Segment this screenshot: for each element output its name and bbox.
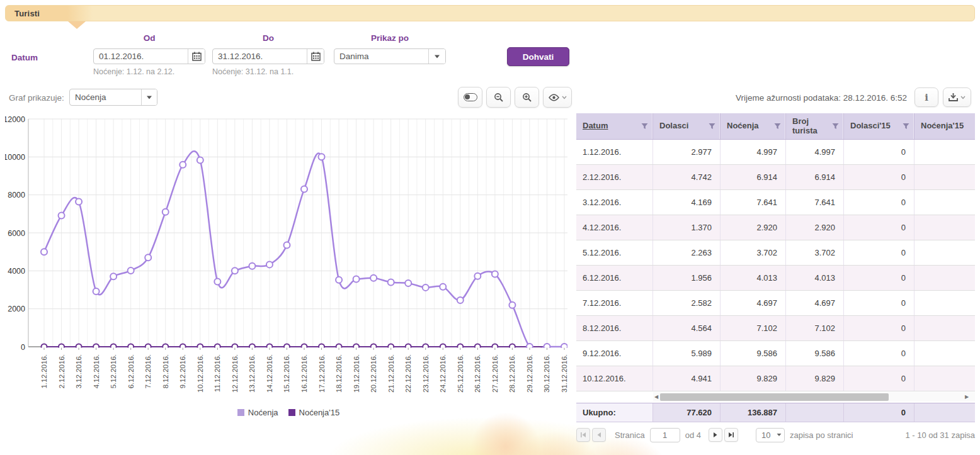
tab-pointer (68, 21, 86, 29)
table-row[interactable]: 2.12.2016.4.7426.9146.9140 (576, 165, 975, 190)
svg-text:4000: 4000 (8, 267, 25, 276)
svg-text:7.12.2016.: 7.12.2016. (144, 354, 152, 388)
svg-text:6000: 6000 (8, 229, 25, 238)
datum-label: Datum (11, 53, 38, 62)
table-row[interactable]: 3.12.2016.4.1697.6417.6410 (576, 190, 975, 215)
table-row[interactable]: 6.12.2016.1.9564.0134.0130 (576, 266, 975, 291)
info-button[interactable]: i (914, 87, 938, 107)
last-page-button[interactable] (724, 428, 738, 442)
column-header-no-enja[interactable]: Noćenja (721, 113, 786, 139)
prev-page-button[interactable] (592, 428, 606, 442)
filter-icon[interactable] (709, 123, 715, 130)
page-size-value: 10 (756, 430, 774, 440)
cell-value: 2.920 (786, 215, 844, 240)
cell-value: 7.641 (721, 190, 786, 215)
cell-value: 0 (844, 266, 914, 290)
table-row[interactable]: 9.12.2016.5.9899.5869.5860 (576, 341, 975, 366)
svg-text:4.12.2016.: 4.12.2016. (93, 354, 100, 388)
tab-turisti[interactable]: Turisti (6, 9, 40, 18)
chevron-down-icon (960, 96, 966, 99)
cell-datum: 6.12.2016. (576, 266, 653, 290)
svg-text:2.12.2016.: 2.12.2016. (58, 354, 66, 388)
table-row[interactable]: 10.12.2016.4.9419.8299.8290 (576, 366, 975, 391)
do-date-value: 31.12.2016. (213, 52, 307, 61)
column-header-dolasci-15[interactable]: Dolasci'15 (844, 113, 914, 139)
svg-text:6.12.2016.: 6.12.2016. (127, 354, 135, 388)
chart-legend: NoćenjaNoćenja'15 (5, 408, 572, 417)
scrollbar-thumb[interactable] (660, 393, 889, 401)
svg-text:31.12.2016.: 31.12.2016. (561, 354, 568, 393)
dohvati-button[interactable]: Dohvati (507, 47, 569, 66)
legend-item[interactable]: Noćenja'15 (288, 408, 340, 417)
total-label: Ukupno: (576, 403, 653, 422)
cell-value: 4.997 (721, 140, 786, 164)
column-header-datum[interactable]: Datum (576, 113, 653, 139)
do-label: Do (212, 33, 324, 43)
scroll-left-arrow[interactable]: ◀ (654, 394, 658, 400)
series-visibility-button[interactable] (543, 87, 572, 108)
column-header-no-enja-15[interactable]: Noćenja'15 (914, 113, 975, 139)
table-row[interactable]: 5.12.2016.2.2633.7023.7020 (576, 240, 975, 266)
first-page-button[interactable] (576, 428, 590, 442)
cell-value: 4.697 (786, 291, 844, 315)
svg-text:11.12.2016.: 11.12.2016. (214, 354, 221, 392)
svg-text:1.12.2016.: 1.12.2016. (40, 354, 48, 388)
svg-text:24.12.2016.: 24.12.2016. (439, 354, 447, 393)
cell-datum: 7.12.2016. (576, 291, 653, 315)
page-count-label: od 4 (685, 430, 701, 440)
chart-toggle-button[interactable] (458, 87, 482, 108)
y-axis-labels: 020004000600080001000012000 (5, 115, 25, 352)
cell-value (914, 140, 975, 164)
scroll-right-arrow[interactable]: ▶ (965, 394, 969, 400)
column-header-broj-turista[interactable]: Broj turista (786, 113, 844, 139)
zoom-in-button[interactable] (515, 87, 539, 108)
svg-text:19.12.2016.: 19.12.2016. (353, 354, 360, 393)
page-size-select[interactable]: 10 (756, 428, 785, 442)
od-date-value: 01.12.2016. (94, 52, 188, 61)
prikaz-po-dropdown-arrow[interactable] (428, 49, 445, 64)
column-header-dolasci[interactable]: Dolasci (653, 113, 721, 139)
table-row[interactable]: 8.12.2016.4.5647.1027.1020 (576, 316, 975, 341)
legend-item[interactable]: Noćenja (237, 408, 278, 417)
top-tab-bar: Turisti (5, 5, 975, 21)
legend-label: Noćenja (248, 408, 278, 417)
svg-text:15.12.2016.: 15.12.2016. (283, 354, 290, 393)
legend-swatch (237, 409, 244, 416)
next-page-button[interactable] (709, 428, 722, 442)
filter-icon[interactable] (832, 123, 839, 130)
data-table: DatumDolasciNoćenjaBroj turistaDolasci'1… (576, 113, 975, 422)
page-label: Stranica (615, 430, 645, 440)
do-calendar-button[interactable] (307, 49, 324, 64)
column-header-label: Noćenja (721, 121, 774, 131)
table-row[interactable]: 4.12.2016.1.3702.9202.9200 (576, 215, 975, 240)
cell-value: 1.370 (653, 215, 721, 240)
od-date-input[interactable]: 01.12.2016. (93, 48, 205, 64)
prikaz-po-select[interactable]: Danima (334, 48, 446, 64)
page-number-input[interactable] (650, 428, 680, 442)
export-button[interactable] (943, 87, 971, 107)
do-date-input[interactable]: 31.12.2016. (212, 48, 324, 64)
filter-icon[interactable] (903, 123, 909, 130)
graf-prikazuje-select[interactable]: Noćenja (69, 89, 157, 106)
cell-value: 7.641 (786, 190, 844, 215)
filter-icon[interactable] (641, 123, 648, 130)
zoom-in-icon (522, 93, 532, 103)
cell-datum: 10.12.2016. (576, 366, 653, 391)
svg-text:5.12.2016.: 5.12.2016. (110, 354, 117, 388)
table-row[interactable]: 7.12.2016.2.5824.6974.6970 (576, 291, 975, 316)
zoom-out-icon (494, 93, 504, 103)
cell-value: 0 (844, 316, 914, 340)
download-icon (949, 93, 958, 102)
od-calendar-button[interactable] (188, 49, 205, 64)
svg-text:18.12.2016.: 18.12.2016. (335, 354, 343, 393)
table-row[interactable]: 1.12.2016.2.9774.9974.9970 (576, 140, 975, 165)
graf-dropdown-arrow[interactable] (141, 89, 157, 105)
chevron-down-icon (147, 96, 152, 99)
cell-value (914, 165, 975, 189)
zoom-out-button[interactable] (486, 87, 511, 108)
cell-value (914, 215, 975, 240)
filter-icon[interactable] (774, 123, 781, 130)
od-label: Od (93, 33, 205, 43)
cell-value: 3.702 (786, 240, 844, 265)
eye-icon (549, 94, 559, 101)
